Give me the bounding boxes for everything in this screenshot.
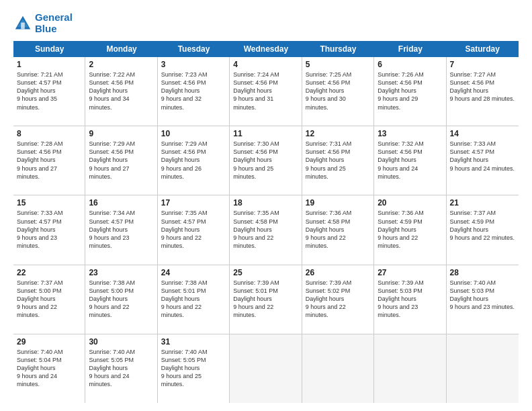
day-cell-13: 13Sunrise: 7:32 AMSunset: 4:56 PMDayligh… xyxy=(374,126,446,195)
day-cell-4: 4Sunrise: 7:24 AMSunset: 4:56 PMDaylight… xyxy=(230,57,302,126)
day-cell-17: 17Sunrise: 7:35 AMSunset: 4:57 PMDayligh… xyxy=(158,195,230,264)
day-cell-24: 24Sunrise: 7:38 AMSunset: 5:01 PMDayligh… xyxy=(158,265,230,334)
day-cell-28: 28Sunrise: 7:40 AMSunset: 5:03 PMDayligh… xyxy=(447,265,519,334)
day-cell-20: 20Sunrise: 7:36 AMSunset: 4:59 PMDayligh… xyxy=(374,195,446,264)
day-info: Sunrise: 7:36 AMSunset: 4:59 PMDaylight … xyxy=(378,209,442,250)
calendar-row-5: 29Sunrise: 7:40 AMSunset: 5:04 PMDayligh… xyxy=(13,334,519,403)
day-cell-30: 30Sunrise: 7:40 AMSunset: 5:05 PMDayligh… xyxy=(85,334,157,403)
day-number: 19 xyxy=(306,198,370,208)
header-day-saturday: Saturday xyxy=(447,41,519,57)
day-cell-12: 12Sunrise: 7:31 AMSunset: 4:56 PMDayligh… xyxy=(302,126,374,195)
day-info: Sunrise: 7:26 AMSunset: 4:56 PMDaylight … xyxy=(378,71,442,111)
day-number: 27 xyxy=(378,268,442,277)
header-day-friday: Friday xyxy=(374,41,446,57)
day-number: 2 xyxy=(89,60,153,69)
day-info: Sunrise: 7:39 AMSunset: 5:02 PMDaylight … xyxy=(306,279,370,320)
header-day-sunday: Sunday xyxy=(13,41,85,57)
logo-text: General Blue xyxy=(35,12,73,34)
logo: General Blue xyxy=(13,12,73,34)
day-number: 7 xyxy=(450,60,515,69)
day-number: 28 xyxy=(450,268,515,277)
day-info: Sunrise: 7:40 AMSunset: 5:05 PMDaylight … xyxy=(161,348,226,389)
day-info: Sunrise: 7:37 AMSunset: 4:59 PMDaylight … xyxy=(450,209,515,242)
calendar-header: SundayMondayTuesdayWednesdayThursdayFrid… xyxy=(13,41,519,57)
day-number: 6 xyxy=(378,60,442,69)
day-cell-23: 23Sunrise: 7:38 AMSunset: 5:00 PMDayligh… xyxy=(85,265,157,334)
day-number: 20 xyxy=(378,198,442,208)
day-number: 30 xyxy=(89,337,153,347)
day-number: 9 xyxy=(89,129,153,138)
day-info: Sunrise: 7:32 AMSunset: 4:56 PMDaylight … xyxy=(378,140,442,181)
header-day-tuesday: Tuesday xyxy=(158,41,230,57)
day-info: Sunrise: 7:38 AMSunset: 5:00 PMDaylight … xyxy=(89,279,153,320)
day-number: 10 xyxy=(161,129,226,138)
empty-cell xyxy=(230,334,302,403)
day-number: 17 xyxy=(161,198,226,208)
day-cell-11: 11Sunrise: 7:30 AMSunset: 4:56 PMDayligh… xyxy=(230,126,302,195)
day-info: Sunrise: 7:22 AMSunset: 4:56 PMDaylight … xyxy=(89,71,153,111)
day-cell-22: 22Sunrise: 7:37 AMSunset: 5:00 PMDayligh… xyxy=(13,265,85,334)
day-info: Sunrise: 7:33 AMSunset: 4:57 PMDaylight … xyxy=(450,140,515,173)
day-info: Sunrise: 7:31 AMSunset: 4:56 PMDaylight … xyxy=(306,140,370,181)
day-info: Sunrise: 7:36 AMSunset: 4:58 PMDaylight … xyxy=(306,209,370,250)
day-cell-7: 7Sunrise: 7:27 AMSunset: 4:56 PMDaylight… xyxy=(447,57,519,126)
day-info: Sunrise: 7:29 AMSunset: 4:56 PMDaylight … xyxy=(161,140,226,181)
day-info: Sunrise: 7:24 AMSunset: 4:56 PMDaylight … xyxy=(233,71,298,111)
day-cell-26: 26Sunrise: 7:39 AMSunset: 5:02 PMDayligh… xyxy=(302,265,374,334)
day-cell-1: 1Sunrise: 7:21 AMSunset: 4:57 PMDaylight… xyxy=(13,57,85,126)
calendar-body: 1Sunrise: 7:21 AMSunset: 4:57 PMDaylight… xyxy=(13,57,519,403)
day-number: 12 xyxy=(306,129,370,138)
day-number: 16 xyxy=(89,198,153,208)
day-cell-10: 10Sunrise: 7:29 AMSunset: 4:56 PMDayligh… xyxy=(158,126,230,195)
calendar-row-3: 15Sunrise: 7:33 AMSunset: 4:57 PMDayligh… xyxy=(13,195,519,265)
calendar-row-1: 1Sunrise: 7:21 AMSunset: 4:57 PMDaylight… xyxy=(13,57,519,126)
day-number: 13 xyxy=(378,129,442,138)
day-number: 25 xyxy=(233,268,298,277)
day-info: Sunrise: 7:28 AMSunset: 4:56 PMDaylight … xyxy=(17,140,81,181)
day-cell-14: 14Sunrise: 7:33 AMSunset: 4:57 PMDayligh… xyxy=(447,126,519,195)
day-cell-2: 2Sunrise: 7:22 AMSunset: 4:56 PMDaylight… xyxy=(85,57,157,126)
day-cell-21: 21Sunrise: 7:37 AMSunset: 4:59 PMDayligh… xyxy=(447,195,519,264)
day-info: Sunrise: 7:35 AMSunset: 4:58 PMDaylight … xyxy=(233,209,298,250)
header-day-monday: Monday xyxy=(85,41,157,57)
day-info: Sunrise: 7:35 AMSunset: 4:57 PMDaylight … xyxy=(161,209,226,250)
day-number: 22 xyxy=(17,268,81,277)
day-info: Sunrise: 7:39 AMSunset: 5:01 PMDaylight … xyxy=(233,279,298,320)
day-number: 4 xyxy=(233,60,298,69)
day-info: Sunrise: 7:40 AMSunset: 5:04 PMDaylight … xyxy=(17,348,81,389)
logo-icon xyxy=(13,14,32,33)
day-cell-3: 3Sunrise: 7:23 AMSunset: 4:56 PMDaylight… xyxy=(158,57,230,126)
day-number: 18 xyxy=(233,198,298,208)
day-number: 29 xyxy=(17,337,81,347)
empty-cell xyxy=(447,334,519,403)
day-cell-19: 19Sunrise: 7:36 AMSunset: 4:58 PMDayligh… xyxy=(302,195,374,264)
header-day-wednesday: Wednesday xyxy=(230,41,302,57)
day-info: Sunrise: 7:27 AMSunset: 4:56 PMDaylight … xyxy=(450,71,515,103)
day-number: 21 xyxy=(450,198,515,208)
day-cell-8: 8Sunrise: 7:28 AMSunset: 4:56 PMDaylight… xyxy=(13,126,85,195)
day-cell-27: 27Sunrise: 7:39 AMSunset: 5:03 PMDayligh… xyxy=(374,265,446,334)
day-number: 31 xyxy=(161,337,226,347)
day-number: 1 xyxy=(17,60,81,69)
day-cell-6: 6Sunrise: 7:26 AMSunset: 4:56 PMDaylight… xyxy=(374,57,446,126)
day-info: Sunrise: 7:40 AMSunset: 5:05 PMDaylight … xyxy=(89,348,153,389)
day-cell-25: 25Sunrise: 7:39 AMSunset: 5:01 PMDayligh… xyxy=(230,265,302,334)
day-info: Sunrise: 7:34 AMSunset: 4:57 PMDaylight … xyxy=(89,209,153,250)
day-number: 26 xyxy=(306,268,370,277)
day-cell-15: 15Sunrise: 7:33 AMSunset: 4:57 PMDayligh… xyxy=(13,195,85,264)
day-number: 23 xyxy=(89,268,153,277)
day-info: Sunrise: 7:33 AMSunset: 4:57 PMDaylight … xyxy=(17,209,81,250)
day-cell-29: 29Sunrise: 7:40 AMSunset: 5:04 PMDayligh… xyxy=(13,334,85,403)
day-cell-16: 16Sunrise: 7:34 AMSunset: 4:57 PMDayligh… xyxy=(85,195,157,264)
day-info: Sunrise: 7:38 AMSunset: 5:01 PMDaylight … xyxy=(161,279,226,320)
day-info: Sunrise: 7:21 AMSunset: 4:57 PMDaylight … xyxy=(17,71,81,111)
empty-cell xyxy=(374,334,446,403)
page-header: General Blue xyxy=(13,12,519,34)
day-cell-9: 9Sunrise: 7:29 AMSunset: 4:56 PMDaylight… xyxy=(85,126,157,195)
day-number: 3 xyxy=(161,60,226,69)
day-info: Sunrise: 7:39 AMSunset: 5:03 PMDaylight … xyxy=(378,279,442,320)
day-info: Sunrise: 7:40 AMSunset: 5:03 PMDaylight … xyxy=(450,279,515,312)
empty-cell xyxy=(302,334,374,403)
day-info: Sunrise: 7:23 AMSunset: 4:56 PMDaylight … xyxy=(161,71,226,111)
day-cell-18: 18Sunrise: 7:35 AMSunset: 4:58 PMDayligh… xyxy=(230,195,302,264)
